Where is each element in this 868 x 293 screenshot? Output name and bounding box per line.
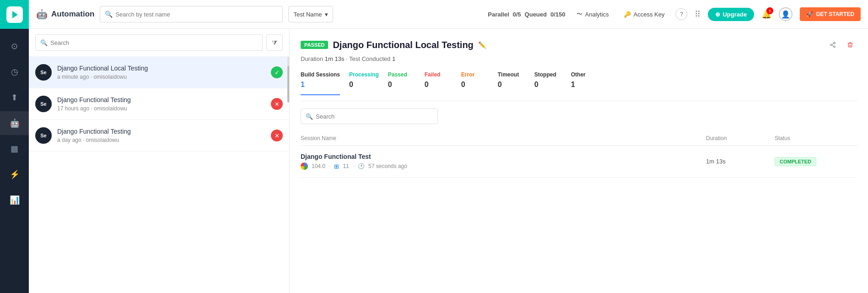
nav-item-automation[interactable]: 🤖 [0, 111, 29, 135]
upgrade-button[interactable]: ⊕ Upgrade [708, 8, 754, 21]
logo-icon [6, 6, 23, 23]
chevron-down-icon: ▾ [325, 11, 328, 18]
filter-button[interactable]: ⧩ [266, 34, 283, 51]
nav-item-history[interactable]: ◷ [0, 60, 29, 84]
build-name-1: Django Functional Local Testing [57, 65, 266, 72]
stat-label-failed: Failed [425, 71, 452, 78]
build-item-1[interactable]: Se Django Functional Local Testing a min… [29, 57, 289, 88]
build-item-2[interactable]: Se Django Functional Testing 17 hours ag… [29, 88, 289, 120]
search-icon: 🔍 [105, 11, 113, 18]
stat-value-timeout: 0 [498, 81, 525, 89]
build-name-3: Django Functional Testing [57, 128, 266, 135]
build-meta-2: 17 hours ago · omisolaidowu [57, 105, 266, 112]
delete-button[interactable] [843, 38, 857, 52]
nav-item-lightning[interactable]: ⚡ [0, 163, 29, 186]
sidebar-search-input[interactable] [50, 39, 258, 46]
svg-point-0 [834, 42, 836, 44]
automation-title-text: Automation [51, 10, 94, 19]
sessions-search-bar[interactable]: 🔍 [301, 109, 438, 124]
body-layout: 🔍 ⧩ Se Django Functional Local Testing a… [29, 29, 868, 293]
pass-icon-1: ✓ [271, 66, 283, 78]
passed-badge: PASSED [301, 41, 328, 49]
stat-label-stopped: Stopped [534, 71, 562, 78]
stat-label-other: Other [571, 71, 598, 78]
stat-value-processing: 0 [349, 81, 379, 89]
help-button[interactable]: ? [675, 8, 687, 20]
sidebar-search-input-wrap[interactable]: 🔍 [35, 34, 263, 51]
stat-value-build-sessions: 1 [301, 81, 340, 95]
top-header: 🤖 Automation 🔍 Test Name ▾ Parallel 0/5 … [29, 0, 868, 29]
key-icon: 🔑 [624, 11, 631, 18]
left-sidebar: 🔍 ⧩ Se Django Functional Local Testing a… [29, 29, 290, 293]
analytics-button[interactable]: 〜 Analytics [573, 8, 613, 20]
test-search-bar[interactable]: 🔍 [100, 6, 283, 22]
scroll-indicator[interactable] [287, 57, 289, 88]
get-started-button[interactable]: 🚀 GET STARTED [800, 7, 861, 21]
col-header-status: Status [775, 135, 857, 141]
sidebar-search-area: 🔍 ⧩ [29, 29, 289, 57]
stat-value-other: 1 [571, 81, 598, 89]
user-avatar[interactable]: 👤 [779, 7, 793, 21]
stats-row: Build Sessions 1 Processing 0 Passed 0 F… [301, 71, 857, 101]
session-row-1[interactable]: Django Functional Test 104.0 · ⊞ 11 · 🕐 … [301, 146, 857, 178]
stat-value-failed: 0 [425, 81, 452, 89]
upgrade-plus-icon: ⊕ [715, 11, 720, 18]
notification-badge: 5 [766, 7, 773, 14]
stat-label-error: Error [461, 71, 489, 78]
edit-icon[interactable]: ✏️ [478, 41, 486, 49]
sessions-search-icon: 🔍 [306, 113, 313, 120]
header-right: Parallel 0/5 Queued 0/150 〜 Analytics 🔑 … [488, 7, 861, 21]
build-status-pass-1: ✓ [271, 66, 283, 78]
nav-item-upload[interactable]: ⬆ [0, 86, 29, 109]
sessions-search-input[interactable] [316, 113, 433, 120]
notification-icon[interactable]: 🔔 5 [761, 9, 771, 19]
col-header-duration: Duration [706, 135, 775, 141]
stat-stopped: Stopped 0 [534, 71, 571, 101]
header-actions [826, 38, 857, 52]
upgrade-label: Upgrade [722, 11, 747, 18]
svg-line-3 [832, 45, 834, 46]
sidebar-search-icon: 🔍 [40, 39, 48, 46]
build-meta-3: a day ago · omisolaidowu [57, 137, 266, 143]
nav-icon-list: ⊙ ◷ ⬆ 🤖 ▦ ⚡ 📊 [0, 29, 29, 212]
sessions-table-header: Session Name Duration Status [301, 131, 857, 146]
nav-item-panel[interactable]: ▦ [0, 137, 29, 161]
stat-failed: Failed 0 [425, 71, 461, 101]
build-avatar-1: Se [35, 64, 52, 81]
nav-item-analytics-side[interactable]: 📊 [0, 188, 29, 212]
help-icon: ? [680, 11, 683, 17]
share-icon [830, 42, 836, 48]
access-key-button[interactable]: 🔑 Access Key [620, 9, 669, 20]
test-name-dropdown[interactable]: Test Name ▾ [288, 6, 333, 22]
logo-button[interactable] [0, 0, 29, 29]
trash-icon [847, 42, 853, 48]
analytics-label: Analytics [585, 11, 609, 18]
share-button[interactable] [826, 38, 840, 52]
nav-item-dashboard[interactable]: ⊙ [0, 34, 29, 58]
stat-timeout: Timeout 0 [498, 71, 534, 101]
stat-value-error: 0 [461, 81, 489, 89]
left-navigation: ⊙ ◷ ⬆ 🤖 ▦ ⚡ 📊 [0, 0, 29, 293]
build-info-3: Django Functional Testing a day ago · om… [57, 128, 266, 143]
windows-icon: ⊞ [334, 163, 339, 170]
test-search-input[interactable] [115, 11, 278, 18]
session-time: 57 seconds ago [368, 163, 407, 169]
queued-label: Queued [525, 11, 547, 18]
parallel-info: Parallel 0/5 Queued 0/150 [488, 11, 565, 18]
stat-label-build-sessions: Build Sessions [301, 71, 340, 78]
stat-value-stopped: 0 [534, 81, 562, 89]
browser-version: 104.0 [312, 163, 325, 169]
fail-icon-3: ✕ [271, 130, 283, 141]
queued-value: 0/150 [550, 11, 566, 18]
test-name-label: Test Name [293, 11, 322, 18]
duration-value: 1m 13s [325, 55, 345, 62]
clock-icon: 🕐 [358, 163, 365, 169]
dot-sep-3: · [83, 137, 86, 143]
build-time-1: a minute ago [57, 74, 89, 80]
grid-icon[interactable]: ⠿ [695, 9, 701, 19]
stat-build-sessions: Build Sessions 1 [301, 71, 349, 101]
analytics-chart-icon: 〜 [577, 10, 582, 18]
get-started-label: GET STARTED [816, 11, 854, 17]
build-item-3[interactable]: Se Django Functional Testing a day ago ·… [29, 120, 289, 152]
logo-arrow [12, 11, 18, 18]
